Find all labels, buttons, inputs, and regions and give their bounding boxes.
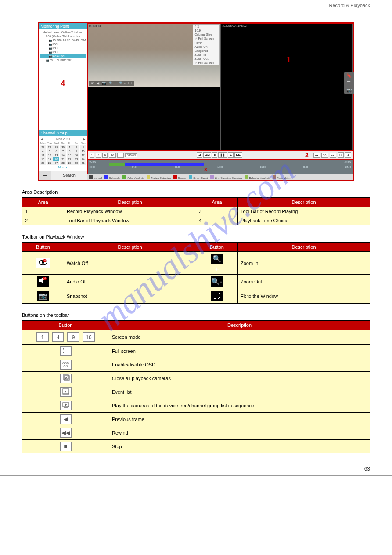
t2-r2-d1: Audio Off — [64, 275, 196, 289]
t1-r2c4: Playback Time Choice — [238, 216, 370, 225]
t3-r3-desc: Enable/disable OSD — [109, 358, 370, 372]
tree-nv[interactable]: nv_IP Camera01 — [40, 58, 86, 62]
t3-r5-desc: Event list — [109, 385, 370, 399]
table-toolbar-window: Button Description Button Description Wa… — [22, 242, 370, 304]
t3-r2-btn: ⛶ — [22, 345, 109, 358]
video-cell-4[interactable] — [220, 87, 353, 150]
t2-r1-d2: Zoom In — [238, 252, 370, 275]
video-cell-1[interactable]: facial ipc 👁 ◀ 📷 🔍+ 🔍- ⛶ 4:316:9Original… — [88, 24, 220, 87]
cal-year: 2020 — [63, 138, 70, 141]
ff-button[interactable]: ▶▶ — [234, 152, 242, 158]
screen-9-icon: 9 — [67, 332, 79, 342]
tree-root[interactable]: default area (Online/Total nu… — [40, 30, 86, 34]
t1-r2c2: Tool Bar of Playback Window — [64, 216, 196, 225]
audio-off-icon — [37, 276, 49, 287]
context-menu[interactable]: 4:316:9Original SizeFull ScreenCloseAudi… — [193, 24, 220, 65]
leg-video-analysis: Video Analysis — [127, 177, 144, 179]
t2-h2: Description — [64, 243, 196, 252]
layout-16[interactable]: 16 — [109, 153, 116, 158]
list-button[interactable]: ☰ — [39, 171, 51, 180]
tree-ipc1[interactable]: IPC — [40, 42, 86, 46]
tree-ipc2[interactable]: IPC — [40, 46, 86, 50]
t3-r1-btn: 1 4 9 16 — [22, 330, 109, 345]
prev-frame-icon: ◀ — [60, 414, 72, 424]
caption-toolbar-buttons: Buttons on the toolbar — [22, 312, 370, 318]
leg-manual: Manual — [94, 177, 102, 179]
t3-r3-btn: OSD ON — [22, 358, 109, 372]
t3-r7-desc: Previous frame — [109, 413, 370, 426]
t2-r3-d1: Snapshot — [64, 289, 196, 304]
rewind-button[interactable]: ◀◀ — [203, 152, 211, 158]
bookmark-icon[interactable]: 🔖 — [344, 72, 354, 79]
timeline[interactable]: 00:00 24:00 00:0004:0008:0012:0016:0020:… — [87, 160, 353, 174]
tree-cam1[interactable]: 10.100.10.73_8443_CAM001 — [40, 38, 86, 42]
layout-9[interactable]: 9 — [102, 153, 108, 158]
area-label-3: 3 — [204, 167, 207, 172]
tree-ipc3[interactable]: IPC — [40, 50, 86, 54]
stop-icon: ■ — [60, 442, 72, 451]
device-tree[interactable]: default area (Online/Total nu… 200 (Onli… — [39, 29, 87, 130]
table-area-description: Area Description Area Description 1 Reco… — [22, 197, 370, 225]
tb-extra-4[interactable]: ✂ — [338, 152, 344, 158]
snapshot-icon: 📷 — [37, 291, 49, 301]
cal-prev[interactable]: ◀ — [41, 138, 43, 141]
cal-next[interactable]: ▶ — [83, 138, 85, 141]
t2-r3-icon2: ⛶ — [196, 289, 237, 304]
t3-r4-btn — [22, 372, 109, 385]
table-toolbar-buttons: Button Description 1 4 9 16 Screen mode … — [22, 320, 370, 453]
t1-h2: Description — [64, 198, 196, 207]
t3-r8-desc: Rewind — [109, 426, 370, 440]
play-list-icon — [60, 401, 72, 410]
osd-icon: OSD ON — [60, 360, 72, 370]
tb-extra-5[interactable]: ⬇ — [345, 152, 351, 158]
list-icon[interactable]: ☰ — [344, 79, 354, 87]
video-cell-3[interactable] — [88, 87, 220, 150]
camera-icon[interactable]: 📷 — [344, 87, 354, 94]
t1-r1c1: 1 — [22, 207, 64, 216]
video-cell-2[interactable]: 2020/05/20 11:45:02 1 — [220, 24, 353, 87]
t1-r1c3: 3 — [196, 207, 237, 216]
t3-r4-desc: Close all playback cameras — [109, 372, 370, 385]
cal-more[interactable]: More ▾ — [40, 165, 86, 170]
area-label-1: 1 — [287, 55, 291, 65]
svg-marker-12 — [65, 391, 67, 393]
t2-r1-icon1 — [22, 252, 64, 275]
osd-button[interactable]: OSD ON — [125, 153, 137, 157]
t1-r2c3: 4 — [196, 216, 237, 225]
monitoring-point-header: Monitoring Point — [39, 23, 87, 29]
prev-button[interactable]: ◀ — [197, 152, 202, 158]
tb-extra-1[interactable]: ⏮ — [313, 153, 320, 158]
t2-r3-icon1: 📷 — [22, 289, 64, 304]
t2-r1-d1: Watch Off — [64, 252, 196, 275]
tb-extra-2[interactable]: 30 — [321, 153, 328, 158]
t2-h4: Description — [238, 243, 370, 252]
tree-selected[interactable]: facial ipc — [40, 54, 86, 58]
tree-sub[interactable]: 200 (Online/Total number:… — [40, 34, 86, 38]
watch-off-icon — [36, 258, 50, 268]
layout-1[interactable]: 1 — [90, 153, 95, 158]
pause-button[interactable]: ❚❚ — [218, 152, 227, 158]
calendar[interactable]: ◀ May 2020 ▶ MonTueWedThuFriSatSun272829… — [39, 136, 87, 171]
t1-r1c4: Tool Bar of Record Playing — [238, 207, 370, 216]
search-button[interactable]: Search — [51, 171, 87, 180]
right-dock[interactable]: 🔖 ☰ 📷 — [344, 72, 354, 94]
tb-extra-3[interactable]: ⏭ — [330, 153, 336, 158]
screen-4-icon: 4 — [52, 332, 64, 342]
leg-behavior: Behavior Analysis — [249, 177, 270, 179]
fullscreen-button[interactable]: ⛶ — [117, 153, 124, 158]
stop-button[interactable]: ■ — [212, 152, 217, 158]
leg-smart-event: Smart Event — [193, 177, 208, 179]
t3-h1: Button — [22, 321, 109, 330]
play-button[interactable]: ▶ — [228, 152, 234, 158]
t3-r1-desc: Screen mode — [109, 330, 370, 345]
tl-end: 24:00 — [344, 160, 351, 163]
video-1-label: facial ipc — [89, 25, 101, 27]
area-label-4: 4 — [40, 62, 86, 105]
fullscreen-icon: ⛶ — [60, 346, 72, 356]
tl-start: 00:00 — [90, 160, 96, 163]
leg-line-crossing: Line Crossing Counting — [215, 177, 242, 179]
layout-4[interactable]: 4 — [96, 153, 101, 158]
zoom-out-icon: 🔍- — [211, 276, 223, 287]
video-cell-toolbar[interactable]: 👁 ◀ 📷 🔍+ 🔍- ⛶ — [89, 81, 134, 86]
screen-16-icon: 16 — [83, 332, 95, 342]
